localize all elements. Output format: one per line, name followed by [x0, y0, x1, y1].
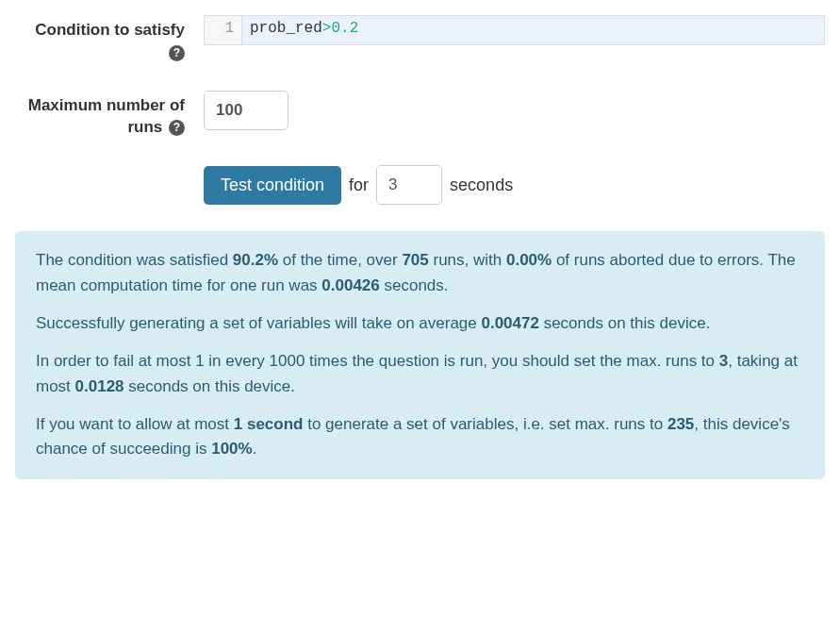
result-line-4: If you want to allow at most 1 second to…	[36, 412, 804, 462]
result-alt-runs: 235	[667, 415, 694, 433]
test-row: Test condition for seconds	[15, 165, 825, 205]
help-icon[interactable]: ?	[169, 45, 185, 61]
text: The condition was satisfied	[36, 251, 233, 269]
code-content[interactable]: prob_red>0.2	[242, 16, 824, 44]
max-runs-input-col	[204, 91, 825, 130]
condition-label: Condition to satisfy ?	[15, 15, 204, 64]
condition-label-text: Condition to satisfy	[35, 21, 185, 39]
code-gutter: 1	[205, 16, 242, 44]
code-token-var: prob_red	[250, 20, 322, 37]
result-line-3: In order to fail at most 1 in every 1000…	[36, 349, 804, 399]
text: seconds on this device.	[124, 377, 295, 395]
text: If you want to allow at most	[36, 415, 234, 433]
test-seconds-input[interactable]	[376, 165, 442, 205]
condition-row: Condition to satisfy ? 1 prob_red>0.2	[15, 15, 825, 64]
result-line-2: Successfully generating a set of variabl…	[36, 311, 804, 336]
text: .	[253, 440, 257, 458]
seconds-text: seconds	[450, 175, 513, 195]
result-abort-pct: 0.00%	[506, 251, 552, 269]
result-satisfied-pct: 90.2%	[233, 251, 278, 269]
test-label-spacer	[15, 165, 204, 169]
max-runs-row: Maximum number of runs ?	[15, 91, 825, 140]
condition-code-editor[interactable]: 1 prob_red>0.2	[204, 15, 825, 45]
help-icon[interactable]: ?	[169, 120, 185, 136]
test-condition-button[interactable]: Test condition	[204, 166, 341, 205]
result-allowed-time: 1 second	[234, 415, 304, 433]
text: seconds.	[380, 276, 449, 294]
result-alert: The condition was satisfied 90.2% of the…	[15, 231, 825, 478]
result-avg-time: 0.00472	[481, 314, 538, 332]
text: to generate a set of variables, i.e. set…	[303, 415, 667, 433]
text: In order to fail at most 1 in every 1000…	[36, 352, 719, 370]
test-input-col: Test condition for seconds	[204, 165, 825, 205]
for-text: for	[349, 175, 369, 195]
text: of the time, over	[278, 251, 402, 269]
max-runs-input[interactable]	[204, 91, 288, 130]
text: runs, with	[429, 251, 506, 269]
result-max-time: 0.0128	[75, 377, 124, 395]
result-success-pct: 100%	[211, 440, 252, 458]
text: Successfully generating a set of variabl…	[36, 314, 481, 332]
code-token-op: >	[322, 20, 332, 37]
condition-input-col: 1 prob_red>0.2	[204, 15, 825, 45]
code-token-num: 0.2	[331, 20, 358, 37]
result-suggested-runs: 3	[719, 352, 728, 370]
max-runs-label-text: Maximum number of runs	[28, 96, 185, 137]
result-runs: 705	[402, 251, 428, 269]
result-line-1: The condition was satisfied 90.2% of the…	[36, 248, 804, 298]
text: seconds on this device.	[539, 314, 710, 332]
result-mean-time: 0.00426	[321, 276, 379, 294]
max-runs-label: Maximum number of runs ?	[15, 91, 204, 140]
